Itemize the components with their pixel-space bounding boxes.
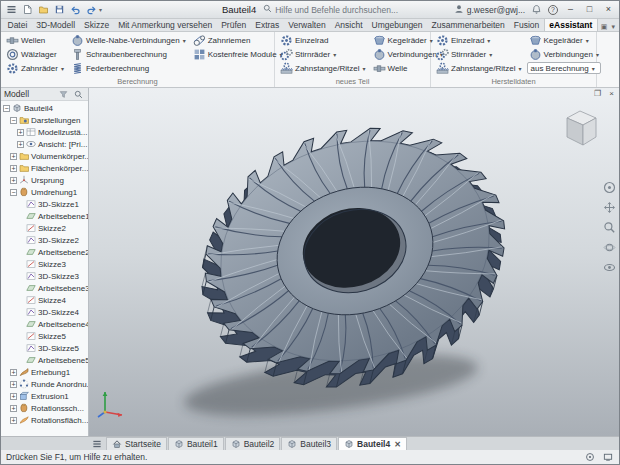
gear-model[interactable] xyxy=(169,94,537,421)
pan-icon[interactable] xyxy=(603,200,616,213)
ribbon-tab-umgebungen[interactable]: Umgebungen xyxy=(367,19,427,31)
ribbon-button-stirnräder[interactable]: Stirnräder▾ xyxy=(434,47,524,61)
collapse-icon[interactable]: − xyxy=(10,117,17,124)
ribbon-tab-verwalten[interactable]: Verwalten xyxy=(284,19,330,31)
ribbon-tab-ansicht[interactable]: Ansicht xyxy=(330,19,367,31)
open-file-icon[interactable] xyxy=(37,3,50,16)
redo-icon[interactable] xyxy=(85,3,98,16)
tree-item-ansicht-pri[interactable]: +Ansicht: [Pri... xyxy=(1,138,88,150)
expand-icon[interactable]: + xyxy=(10,381,17,388)
close-button[interactable]: × xyxy=(602,3,615,16)
ribbon-tab-skizze[interactable]: Skizze xyxy=(80,19,114,31)
view-cube[interactable] xyxy=(555,104,605,154)
filter-icon[interactable] xyxy=(57,88,70,101)
tree-item-3d-skizze1[interactable]: 3D-Skizze1 xyxy=(1,198,88,210)
tree-item-runde-anordnu[interactable]: +Runde Anordnu... xyxy=(1,378,88,390)
expand-icon[interactable]: + xyxy=(10,393,17,400)
tree-item-volumenkörper[interactable]: +Volumenkörper... xyxy=(1,150,88,162)
tree-item-skizze5[interactable]: Skizze5 xyxy=(1,330,88,342)
qat-dropdown-icon[interactable]: ▾ xyxy=(99,6,102,13)
document-tab-bauteil4[interactable]: Bauteil4✕ xyxy=(338,437,407,450)
ribbon-tab-mit-anmerkung-versehen[interactable]: Mit Anmerkung versehen xyxy=(114,19,217,31)
tree-item-arbeitsebene2[interactable]: Arbeitsebene2 xyxy=(1,246,88,258)
ribbon-button-zahnstange-ritzel[interactable]: Zahnstange/Ritzel▾ xyxy=(434,61,524,75)
ribbon-button-zahnräder[interactable]: Zahnräder▾ xyxy=(4,61,66,75)
tree-item-extrusion1[interactable]: +Extrusion1 xyxy=(1,390,88,402)
ribbon-tab-extras[interactable]: Extras xyxy=(251,19,284,31)
ribbon-button-verbindungen[interactable]: Verbindungen▾ xyxy=(527,47,601,61)
document-tab-bauteil2[interactable]: Bauteil2 xyxy=(225,437,281,450)
tree-item-skizze2[interactable]: Skizze2 xyxy=(1,222,88,234)
ribbon-button-schraubenberechnung[interactable]: Schraubenberechnung xyxy=(69,47,188,61)
document-tab-bauteil3[interactable]: Bauteil3 xyxy=(281,437,337,450)
expand-icon[interactable]: + xyxy=(10,165,17,172)
ribbon-appearance-icon[interactable]: ▣ xyxy=(601,23,608,31)
tree-item-modellzustä[interactable]: +Modellzustä... xyxy=(1,126,88,138)
ribbon-button-aus-berechnung[interactable]: aus Berechnung▾ xyxy=(527,62,601,74)
display-settings-icon[interactable] xyxy=(601,451,614,464)
ribbon-button-kegelräder[interactable]: Kegelräder▾ xyxy=(527,33,601,47)
document-tabs-menu-icon[interactable] xyxy=(91,438,103,450)
tree-item-3d-skizze4[interactable]: 3D-Skizze4 xyxy=(1,306,88,318)
tree-item-skizze3[interactable]: Skizze3 xyxy=(1,258,88,270)
notification-icon[interactable] xyxy=(531,1,542,19)
look-at-icon[interactable] xyxy=(603,260,616,273)
help-icon[interactable]: ? xyxy=(548,5,558,15)
expand-icon[interactable]: + xyxy=(10,417,17,424)
tree-item-3d-skizze2[interactable]: 3D-Skizze2 xyxy=(1,234,88,246)
save-icon[interactable] xyxy=(53,3,66,16)
expand-icon[interactable]: + xyxy=(17,141,24,148)
expand-icon[interactable]: + xyxy=(10,177,17,184)
ribbon-button-wälzlager[interactable]: Wälzlager xyxy=(4,47,66,61)
collapse-icon[interactable]: − xyxy=(3,105,10,112)
expand-icon[interactable]: + xyxy=(10,153,17,160)
new-file-icon[interactable] xyxy=(21,3,34,16)
ribbon-button-wellen[interactable]: Wellen xyxy=(4,33,66,47)
user-menu[interactable]: g.weser@gwj... xyxy=(454,4,525,16)
tree-item-rotationsfläch[interactable]: +Rotationsfläch... xyxy=(1,414,88,426)
tree-item-flächenkörper[interactable]: +Flächenkörper... xyxy=(1,162,88,174)
tree-item-skizze4[interactable]: Skizze4 xyxy=(1,294,88,306)
ribbon-button-kostenfreie-module[interactable]: Kostenfreie Module▾ xyxy=(191,47,285,61)
ribbon-button-einzelrad[interactable]: Einzelrad▾ xyxy=(434,33,524,47)
collapse-icon[interactable]: − xyxy=(10,189,17,196)
expand-icon[interactable]: + xyxy=(10,405,17,412)
undo-icon[interactable] xyxy=(69,3,82,16)
ribbon-button-einzelrad[interactable]: Einzelrad xyxy=(278,33,368,47)
tree-item-3d-skizze3[interactable]: 3D-Skizze3 xyxy=(1,270,88,282)
expand-icon[interactable]: + xyxy=(17,129,24,136)
app-menu-icon[interactable] xyxy=(5,3,18,16)
tree-item-arbeitsebene1[interactable]: Arbeitsebene1 xyxy=(1,210,88,222)
tree-item-erhebung1[interactable]: +Erhebung1 xyxy=(1,366,88,378)
viewport-canvas[interactable] xyxy=(89,88,619,436)
tree-item-umdrehung1[interactable]: −Umdrehung1 xyxy=(1,186,88,198)
search-icon[interactable] xyxy=(72,88,85,101)
tree-item-rotationssch[interactable]: +Rotationssch... xyxy=(1,402,88,414)
document-tab-bauteil1[interactable]: Bauteil1 xyxy=(168,437,224,450)
restore-window-icon[interactable]: ❐ xyxy=(592,89,603,100)
ribbon-tab-3d-modell[interactable]: 3D-Modell xyxy=(32,19,80,31)
zoom-icon[interactable] xyxy=(603,220,616,233)
maximize-button[interactable]: □ xyxy=(583,3,596,16)
tree-item-arbeitsebene4[interactable]: Arbeitsebene4 xyxy=(1,318,88,330)
ribbon-tab-zusammenarbeiten[interactable]: Zusammenarbeiten xyxy=(427,19,509,31)
ribbon-button-welle-nabe-verbindungen[interactable]: Welle-Nabe-Verbindungen▾ xyxy=(69,33,188,47)
ribbon-button-zahnriemen[interactable]: Zahnriemen xyxy=(191,33,285,47)
navigation-wheel-icon[interactable] xyxy=(603,180,616,193)
close-window-icon[interactable]: × xyxy=(606,89,617,100)
minimize-button[interactable]: – xyxy=(564,3,577,16)
ribbon-tab-eassistant[interactable]: eAssistant xyxy=(544,19,598,31)
ribbon-tab-prüfen[interactable]: Prüfen xyxy=(217,19,251,31)
expand-icon[interactable]: + xyxy=(10,369,17,376)
tree-item-ursprung[interactable]: +Ursprung xyxy=(1,174,88,186)
tree-item-bauteil4[interactable]: −Bauteil4 xyxy=(1,102,88,114)
ribbon-tab-fusion[interactable]: Fusion xyxy=(509,19,544,31)
close-tab-icon[interactable]: ✕ xyxy=(394,440,401,449)
viewport-3d[interactable]: ❐ × xyxy=(89,88,619,436)
document-tab-startseite[interactable]: Startseite xyxy=(106,437,167,450)
tree-item-arbeitsebene5[interactable]: Arbeitsebene5 xyxy=(1,354,88,366)
command-search[interactable]: Hilfe und Befehle durchsuchen... xyxy=(263,4,398,15)
ribbon-button-zahnstange-ritzel[interactable]: Zahnstange/Ritzel▾ xyxy=(278,61,368,75)
tree-item-arbeitsebene3[interactable]: Arbeitsebene3 xyxy=(1,282,88,294)
orbit-icon[interactable] xyxy=(603,240,616,253)
